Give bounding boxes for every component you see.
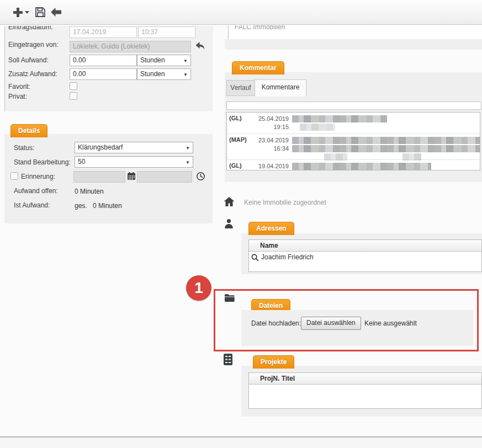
stand-bearbeitung-label: Stand Bearbeitung:: [14, 158, 71, 166]
comment-list: (GL) 25.04.2019 19:15 (MAP) 23.04.2019 1…: [226, 112, 480, 170]
adressen-section-tab: Adressen: [248, 222, 294, 235]
aufwand-offen-label: Aufwand offen:: [14, 187, 58, 195]
privat-checkbox[interactable]: [70, 92, 77, 100]
zusatz-aufwand-unit-value: Stunden: [140, 70, 165, 78]
undo-icon[interactable]: [195, 41, 205, 51]
comment-row[interactable]: (GL) 25.04.2019 19:15: [227, 113, 480, 134]
aufwand-offen-value: 0 Minuten: [75, 188, 104, 195]
zusatz-aufwand-label: Zusatz Aufwand:: [8, 70, 57, 78]
privat-label: Privat:: [8, 93, 27, 100]
adressen-row-name: Joachim Friedrich: [261, 253, 314, 261]
adressen-panel: Name Joachim Friedrich: [241, 233, 482, 274]
comment-row[interactable]: (MAP) 23.04.2019 16:34: [227, 134, 480, 159]
comment-redacted-text: [289, 162, 480, 170]
immobilie-status-text: Keine Immobilie zugeordnet: [244, 199, 326, 206]
zusatz-aufwand-input[interactable]: 0.00: [70, 68, 137, 80]
projekte-column-header: ProjN. Titel: [249, 373, 481, 385]
annotation-badge: 1: [186, 275, 211, 301]
adressen-table: Name Joachim Friedrich: [248, 239, 482, 272]
erinnerung-time-input[interactable]: [137, 171, 192, 183]
projekte-panel: ProjN. Titel: [241, 366, 482, 417]
eintragsdatum-time-input[interactable]: 10:37: [138, 26, 195, 38]
chevron-down-icon: ▼: [183, 56, 188, 66]
soll-aufwand-label: Soll Aufwand:: [8, 56, 49, 64]
chevron-down-icon: ▼: [183, 70, 188, 80]
eintragsdatum-date-input[interactable]: 17.04.2019: [70, 26, 137, 38]
add-icon[interactable]: [12, 6, 26, 19]
calendar-icon[interactable]: [127, 172, 136, 180]
app-window: Eintragsdatum: 17.04.2019 10:37 Eingetra…: [0, 0, 482, 448]
status-value: Klärungsbedarf: [78, 143, 123, 151]
bottom-strip: [0, 438, 482, 448]
tab-verlauf[interactable]: Verlauf: [226, 80, 255, 96]
chevron-down-icon: ▼: [186, 143, 190, 153]
ist-aufwand-prefix: ges.: [75, 202, 87, 210]
stand-bearbeitung-value: 50: [78, 158, 85, 166]
eintragsdatum-label: Eintragsdatum:: [8, 26, 53, 31]
adressen-row[interactable]: Joachim Friedrich: [249, 252, 481, 271]
kommentar-panel: Verlauf Kommentare (GL) 25.04.2019 19:15…: [225, 72, 482, 182]
datei-hochladen-label: Datei hochladen:: [251, 319, 301, 327]
erinnerung-label: Erinnerung:: [21, 173, 55, 180]
status-select[interactable]: Klärungsbedarf ▼: [75, 142, 193, 153]
comment-author: (MAP): [229, 136, 251, 143]
comment-author: (GL): [229, 162, 251, 169]
search-icon[interactable]: [251, 254, 259, 262]
projekte-section-tab: Projekte: [253, 355, 294, 369]
chevron-down-icon: ▼: [186, 157, 190, 168]
projekte-table: ProjN. Titel: [248, 372, 482, 409]
projects-icon: [223, 353, 233, 366]
folder-icon: [224, 294, 235, 302]
details-section-tab: Details: [10, 124, 47, 137]
comment-datetime: 19.04.2019 20:45: [251, 162, 289, 170]
erinnerung-checkbox[interactable]: [10, 172, 18, 180]
eingetragen-von-label: Eingetragen von:: [8, 41, 59, 49]
projekte-empty-body: [249, 385, 481, 408]
eingetragen-von-input[interactable]: Lokietek, Guido (Lokietek): [70, 41, 191, 52]
adressen-column-header: Name: [249, 240, 481, 252]
keine-ausgewaehlt-text: Keine ausgewählt: [364, 319, 417, 327]
entry-data-panel: Eintragsdatum: 17.04.2019 10:37 Eingetra…: [4, 26, 213, 111]
favorit-checkbox[interactable]: [70, 82, 77, 90]
stand-bearbeitung-select[interactable]: 50 ▼: [75, 156, 193, 168]
erinnerung-date-input[interactable]: [73, 171, 125, 183]
toolbar: [0, 0, 482, 25]
person-icon: [224, 218, 234, 229]
caret-down-icon[interactable]: [25, 10, 29, 23]
save-icon[interactable]: [34, 6, 49, 19]
kommentar-section-tab: Kommentar: [232, 61, 284, 74]
comment-datetime: 25.04.2019 19:15: [251, 115, 289, 132]
datei-auswaehlen-button[interactable]: Datei auswählen: [301, 317, 361, 330]
house-icon: [224, 196, 235, 207]
comment-redacted-text: [289, 136, 480, 164]
favorit-label: Favorit:: [8, 83, 30, 90]
comment-author: (GL): [229, 115, 251, 121]
soll-aufwand-unit-select[interactable]: Stunden ▼: [137, 55, 191, 66]
soll-aufwand-input[interactable]: 0.00: [70, 55, 137, 66]
details-panel: Status: Klärungsbedarf ▼ Stand Bearbeitu…: [4, 134, 213, 223]
clock-icon[interactable]: [196, 172, 205, 181]
comment-datetime: 23.04.2019 16:34: [251, 136, 289, 153]
linked-record-text: FALC Immobilien: [235, 25, 285, 31]
ist-aufwand-label: Ist Aufwand:: [14, 201, 50, 209]
status-label: Status:: [14, 144, 34, 152]
comment-input[interactable]: [226, 102, 481, 110]
tab-kommentare[interactable]: Kommentare: [255, 79, 306, 97]
linked-record-box: FALC Immobilien: [228, 25, 482, 40]
zusatz-aufwand-unit-select[interactable]: Stunden ▼: [137, 68, 191, 80]
ist-aufwand-value: 0 Minuten: [93, 202, 122, 210]
comment-redacted-text: [289, 115, 480, 132]
linked-record-panel-bottom: [225, 39, 482, 50]
dateien-panel: Datei hochladen: Datei auswählen Keine a…: [241, 310, 473, 346]
back-icon[interactable]: [50, 6, 64, 19]
soll-aufwand-unit-value: Stunden: [140, 56, 165, 64]
